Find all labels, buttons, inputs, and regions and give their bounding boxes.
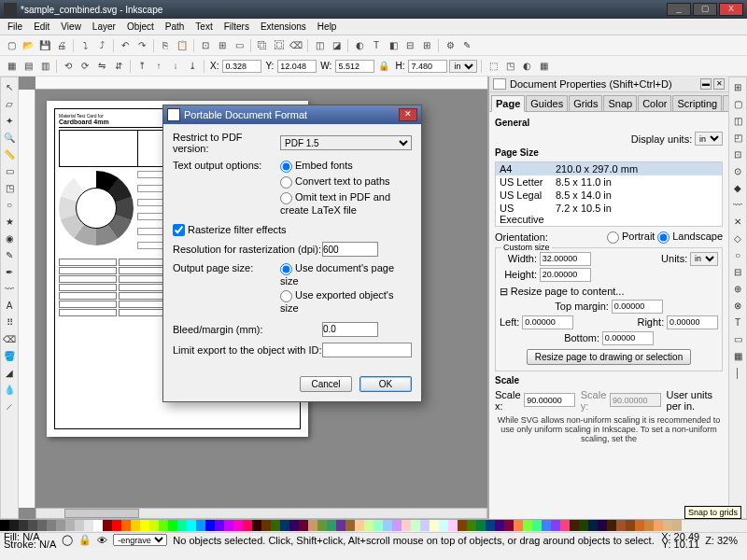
resolution-input[interactable] <box>322 242 378 257</box>
paste-icon[interactable]: 📋 <box>175 38 190 53</box>
color-swatch[interactable] <box>121 520 131 531</box>
group-icon[interactable]: ◫ <box>312 38 327 53</box>
menu-layer[interactable]: Layer <box>87 20 121 34</box>
menu-text[interactable]: Text <box>190 20 218 34</box>
height-input[interactable] <box>540 268 591 282</box>
color-swatch[interactable] <box>607 520 616 531</box>
pagesize-list[interactable]: A4210.0 x 297.0 mm US Letter8.5 x 11.0 i… <box>495 161 723 227</box>
snap-bbox-icon[interactable]: ▢ <box>730 96 745 111</box>
undo-icon[interactable]: ↶ <box>118 38 133 53</box>
color-swatch[interactable] <box>131 520 140 531</box>
rotate-ccw-icon[interactable]: ⟲ <box>61 59 76 74</box>
embed-fonts-radio[interactable]: Embed fonts <box>280 160 412 173</box>
color-swatch[interactable] <box>168 520 177 531</box>
opacity-indicator[interactable]: ◯ <box>62 534 73 546</box>
dialog-close-button[interactable]: ✕ <box>399 108 417 121</box>
zoom-page-icon[interactable]: ▭ <box>232 38 247 53</box>
color-swatch[interactable] <box>187 520 196 531</box>
unlink-icon[interactable]: ⌫ <box>289 38 303 53</box>
snap-enable-icon[interactable]: ⊞ <box>730 79 745 94</box>
docprops-minimize-button[interactable]: ▬ <box>700 78 712 90</box>
window-close-button[interactable]: X <box>719 3 743 16</box>
color-swatch[interactable] <box>47 520 56 531</box>
snap-node-icon[interactable]: ◆ <box>730 180 745 195</box>
color-swatch[interactable] <box>205 520 215 531</box>
color-swatch[interactable] <box>56 520 65 531</box>
spray-tool-icon[interactable]: ⠿ <box>2 315 17 329</box>
snap-page-icon[interactable]: ▭ <box>730 331 745 346</box>
duplicate-icon[interactable]: ⿻ <box>255 38 270 53</box>
pen-tool-icon[interactable]: ✒ <box>2 264 17 279</box>
align-icon[interactable]: ⊟ <box>402 38 417 53</box>
snap-smooth-icon[interactable]: ○ <box>730 247 745 262</box>
color-swatch[interactable] <box>598 520 607 531</box>
color-swatch[interactable] <box>140 520 149 531</box>
color-swatch[interactable] <box>616 520 626 531</box>
flip-v-icon[interactable]: ⇵ <box>111 59 126 74</box>
snap-object-center-icon[interactable]: ⊕ <box>730 281 745 296</box>
width-input[interactable] <box>540 252 591 266</box>
selector-tool-icon[interactable]: ↖ <box>2 79 17 94</box>
snap-edge-icon[interactable]: ◫ <box>730 113 745 128</box>
menu-edit[interactable]: Edit <box>28 20 55 34</box>
color-swatch[interactable] <box>504 520 514 531</box>
open-icon[interactable]: 📂 <box>21 38 35 53</box>
redo-icon[interactable]: ↷ <box>134 38 149 53</box>
export-icon[interactable]: ⤴ <box>94 38 109 53</box>
menu-object[interactable]: Object <box>121 20 160 34</box>
cancel-button[interactable]: Cancel <box>300 376 352 392</box>
measure-tool-icon[interactable]: 📏 <box>2 147 17 161</box>
bottom-margin-input[interactable] <box>602 331 654 345</box>
color-swatch[interactable] <box>159 520 168 531</box>
color-swatch[interactable] <box>523 520 532 531</box>
tab-scripting[interactable]: Scripting <box>672 95 722 111</box>
color-swatch[interactable] <box>65 520 75 531</box>
color-swatch[interactable] <box>93 520 103 531</box>
raise-icon[interactable]: ↑ <box>151 59 166 74</box>
tab-guides[interactable]: Guides <box>526 95 568 111</box>
color-swatch[interactable] <box>177 520 187 531</box>
menu-extensions[interactable]: Extensions <box>255 20 312 34</box>
limitid-input[interactable] <box>322 343 412 357</box>
layer-visibility-icon[interactable]: 👁 <box>97 535 107 546</box>
color-swatch[interactable] <box>476 520 486 531</box>
color-swatch[interactable] <box>486 520 495 531</box>
menu-help[interactable]: Help <box>312 20 343 34</box>
unit-select[interactable]: in <box>449 60 477 73</box>
color-swatch[interactable] <box>579 520 588 531</box>
layer-lock-icon[interactable]: 🔒 <box>78 534 92 546</box>
color-swatch[interactable] <box>383 520 392 531</box>
ok-button[interactable]: OK <box>359 376 412 392</box>
snap-corner-icon[interactable]: ◰ <box>730 130 745 145</box>
menu-file[interactable]: File <box>2 20 28 34</box>
color-swatch[interactable] <box>654 520 663 531</box>
color-swatch[interactable] <box>112 520 121 531</box>
h-input[interactable] <box>408 60 447 73</box>
snap-center-icon[interactable]: ⊙ <box>730 163 745 178</box>
use-doc-size-radio[interactable]: Use document's page size <box>280 262 412 287</box>
color-swatch[interactable] <box>233 520 243 531</box>
docprops-close-button[interactable]: ✕ <box>713 78 725 90</box>
pdf-version-select[interactable]: PDF 1.5 <box>280 135 412 150</box>
zoom-fit-icon[interactable]: ⊡ <box>198 38 213 53</box>
text-tool-icon[interactable]: A <box>2 298 17 313</box>
color-swatch[interactable] <box>327 520 336 531</box>
snap-path-icon[interactable]: 〰 <box>730 197 745 212</box>
display-units-select[interactable]: in <box>695 132 723 146</box>
color-swatch[interactable] <box>9 520 19 531</box>
color-swatch[interactable] <box>374 520 383 531</box>
color-swatch[interactable] <box>75 520 84 531</box>
bucket-tool-icon[interactable]: 🪣 <box>2 348 17 363</box>
tab-page[interactable]: Page <box>491 95 525 112</box>
ruler-horizontal[interactable] <box>35 77 487 90</box>
menu-view[interactable]: View <box>55 20 87 34</box>
color-swatch[interactable] <box>570 520 579 531</box>
lock-icon[interactable]: 🔒 <box>376 59 391 74</box>
snap-line-mid-icon[interactable]: ⊟ <box>730 264 745 279</box>
ungroup-icon[interactable]: ◪ <box>329 38 344 53</box>
color-swatch[interactable] <box>149 520 159 531</box>
color-swatch[interactable] <box>672 520 682 531</box>
color-swatch[interactable] <box>635 520 644 531</box>
color-swatch[interactable] <box>430 520 439 531</box>
color-swatch[interactable] <box>215 520 224 531</box>
